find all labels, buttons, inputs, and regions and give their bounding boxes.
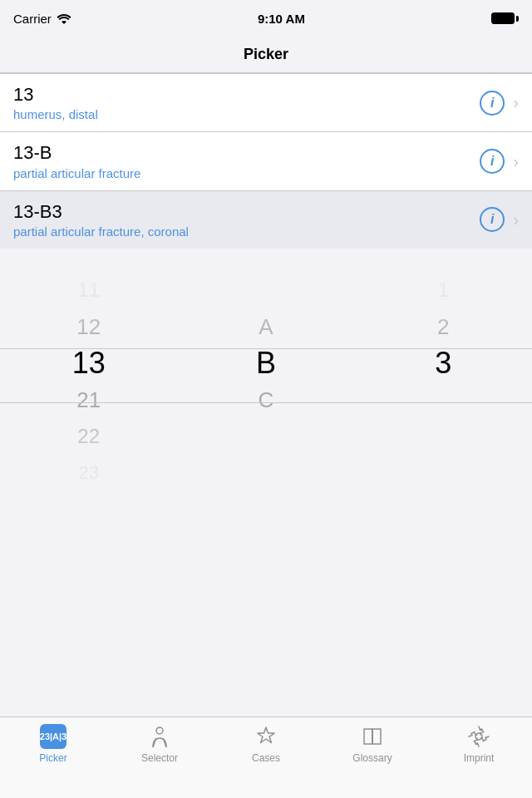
list-item[interactable]: 13 humerus, distal i › xyxy=(0,74,532,132)
tab-imprint-icon xyxy=(466,724,491,749)
chevron-right-icon: › xyxy=(513,152,519,171)
picker-item xyxy=(177,418,354,455)
picker-container[interactable]: 11 12 13 21 22 23 A B C 1 2 3 xyxy=(0,249,532,515)
tab-cases[interactable]: Cases xyxy=(213,724,319,764)
info-button[interactable]: i xyxy=(480,207,505,232)
picker-item xyxy=(355,418,532,455)
picker-item: 22 xyxy=(0,418,177,455)
picker-item: C xyxy=(177,382,354,418)
tab-imprint[interactable]: Imprint xyxy=(426,724,532,764)
tab-imprint-label: Imprint xyxy=(464,752,495,764)
svg-point-5 xyxy=(475,733,482,740)
picker-item xyxy=(355,455,532,491)
wifi-icon xyxy=(57,13,71,24)
picker-item-selected: 13 xyxy=(0,345,177,382)
picker-item: A xyxy=(177,308,354,345)
list-item[interactable]: 13-B partial articular fracture i › xyxy=(0,132,532,190)
list-item-actions: i › xyxy=(480,149,519,174)
svg-line-1 xyxy=(155,738,156,742)
tab-selector-label: Selector xyxy=(141,752,178,764)
picker-item xyxy=(177,272,354,308)
list-section: 13 humerus, distal i › 13-B partial arti… xyxy=(0,73,532,249)
list-item-content: 13 humerus, distal xyxy=(13,84,480,121)
picker-item xyxy=(177,455,354,491)
picker-column-digit[interactable]: 1 2 3 xyxy=(355,249,532,515)
list-item-content: 13-B partial articular fracture xyxy=(13,142,480,180)
carrier-label: Carrier xyxy=(13,12,52,26)
chevron-right-icon: › xyxy=(513,210,519,229)
picker-columns: 11 12 13 21 22 23 A B C 1 2 3 xyxy=(0,249,532,515)
tab-picker-label: Picker xyxy=(39,752,66,764)
list-item-actions: i › xyxy=(480,207,519,232)
list-item-subtitle: humerus, distal xyxy=(13,107,480,121)
picker-item-selected: B xyxy=(177,345,354,382)
tab-glossary[interactable]: Glossary xyxy=(319,724,426,764)
tab-glossary-label: Glossary xyxy=(352,752,392,764)
battery-tip xyxy=(516,16,519,22)
picker-item: 21 xyxy=(0,382,177,418)
tab-glossary-icon xyxy=(360,724,385,749)
status-bar: Carrier 9:10 AM xyxy=(0,0,532,37)
picker-item: 1 xyxy=(355,272,532,308)
picker-item: 23 xyxy=(0,455,177,491)
status-time: 9:10 AM xyxy=(258,12,305,26)
page-title: Picker xyxy=(244,46,288,63)
picker-selection-bar-top xyxy=(0,348,532,349)
list-item-content: 13-B3 partial articular fracture, corona… xyxy=(13,201,480,239)
tab-selector[interactable]: Selector xyxy=(106,724,213,764)
svg-point-0 xyxy=(156,727,163,734)
list-item-title: 13-B3 xyxy=(13,201,480,223)
picker-item: 11 xyxy=(0,272,177,308)
picker-selection-bar-bottom xyxy=(0,402,532,403)
chevron-right-icon: › xyxy=(513,93,519,112)
picker-item: 12 xyxy=(0,308,177,345)
picker-item xyxy=(355,382,532,418)
list-item-title: 13 xyxy=(13,84,480,106)
battery-body xyxy=(491,12,515,24)
picker-item-selected: 3 xyxy=(355,345,532,382)
tab-cases-icon xyxy=(254,724,278,749)
list-item-subtitle: partial articular fracture xyxy=(13,166,480,180)
picker-column-letter[interactable]: A B C xyxy=(177,249,354,515)
tab-cases-label: Cases xyxy=(252,752,280,764)
navigation-bar: Picker xyxy=(0,37,532,73)
info-button[interactable]: i xyxy=(480,91,505,116)
tab-picker-icon: 23|A|3 xyxy=(41,724,66,749)
tab-bar: 23|A|3 Picker Selector Cases xyxy=(0,717,532,798)
list-item-title: 13-B xyxy=(13,142,480,164)
info-button[interactable]: i xyxy=(480,149,505,174)
battery-icon xyxy=(491,12,519,24)
picker-item: 2 xyxy=(355,308,532,345)
list-item-subtitle: partial articular fracture, coronal xyxy=(13,224,480,239)
tab-picker[interactable]: 23|A|3 Picker xyxy=(0,724,106,764)
carrier-info: Carrier xyxy=(13,12,71,26)
svg-line-2 xyxy=(163,738,165,742)
picker-badge-icon: 23|A|3 xyxy=(40,724,66,749)
tab-selector-icon xyxy=(147,724,172,749)
list-item-actions: i › xyxy=(480,91,519,116)
picker-column-number[interactable]: 11 12 13 21 22 23 xyxy=(0,249,177,515)
list-item[interactable]: 13-B3 partial articular fracture, corona… xyxy=(0,191,532,249)
